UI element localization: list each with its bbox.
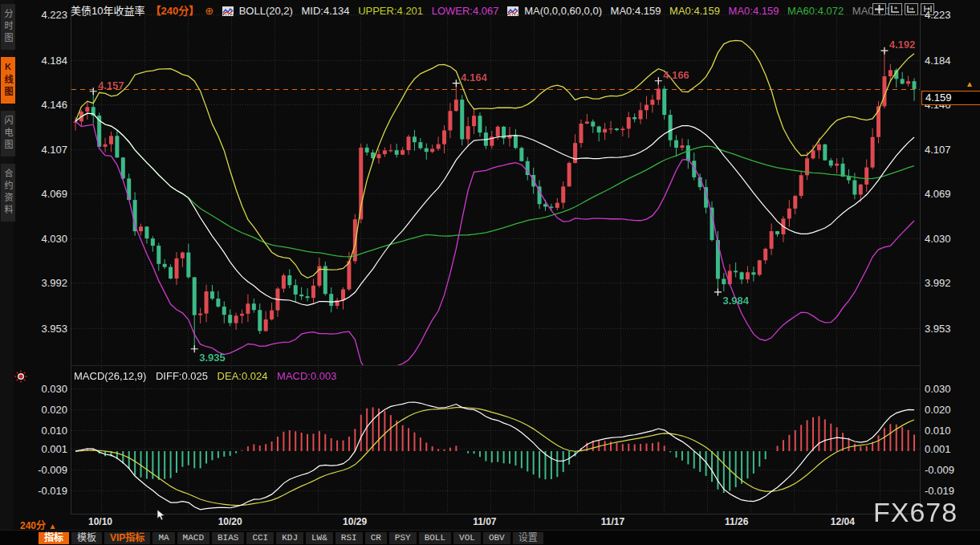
sidebar-tab-lightning[interactable]: 闪电图 xyxy=(1,111,15,157)
toolbar-button-psy[interactable]: PSY xyxy=(389,532,417,544)
x-axis-label: 11/07 xyxy=(463,516,506,527)
toolbar-button-vip-indicators[interactable]: VIP指标 xyxy=(104,532,150,544)
current-price-badge: 4.159 xyxy=(921,91,980,105)
y-axis-label: -0.009 xyxy=(37,464,67,476)
y-axis-label: 0.020 xyxy=(925,404,974,416)
y-axis-label: 0.030 xyxy=(925,383,974,395)
plot-area xyxy=(71,11,921,514)
toolbar-button-templates[interactable]: 模板 xyxy=(71,532,102,544)
toolbar-buttons: 指标模板VIP指标MAMACDBIASCCIKDJLW&RSICRPSYBOLL… xyxy=(39,532,543,544)
toolbar-button-vol[interactable]: VOL xyxy=(453,532,481,544)
macd-label: MACD(26,12,9) xyxy=(74,370,146,382)
toolbar-button-obv[interactable]: OBV xyxy=(483,532,510,544)
y-axis-label: 0.020 xyxy=(37,404,67,416)
y-axis-label: 4.030 xyxy=(925,233,974,245)
y-axis-label: 4.107 xyxy=(925,144,974,156)
toolbar-button-cci[interactable]: CCI xyxy=(246,532,274,544)
sidebar: 分时图 K线图 闪电图 合约资料 xyxy=(0,0,14,545)
toolbar-button-boll[interactable]: BOLL xyxy=(419,532,451,544)
sidebar-tab-timeshare[interactable]: 分时图 xyxy=(1,4,15,50)
toolbar-button-settings[interactable]: 设置 xyxy=(513,532,543,544)
macd-dea-value: DEA:0.024 xyxy=(218,370,268,382)
price-chart-canvas[interactable] xyxy=(71,11,920,365)
y-axis-label: 3.992 xyxy=(925,277,974,289)
macd-header: MACD(26,12,9) DIFF:0.025 DEA:0.024 MACD:… xyxy=(74,370,344,382)
toolbar-button-cr[interactable]: CR xyxy=(365,532,387,544)
y-axis-label: -0.019 xyxy=(925,485,974,497)
macd-value: MACD:0.003 xyxy=(277,370,336,382)
x-axis-label: 10/20 xyxy=(209,516,252,527)
x-axis-label: 12/04 xyxy=(821,516,864,527)
y-axis-label: 3.953 xyxy=(925,323,974,335)
panel-divider xyxy=(71,365,920,366)
x-axis-label: 11/26 xyxy=(715,516,758,527)
y-axis-label: 4.184 xyxy=(925,55,974,67)
y-axis-label: 0.010 xyxy=(37,425,67,437)
y-axis-label: 4.223 xyxy=(925,9,974,21)
y-axis-label: 3.992 xyxy=(37,277,67,289)
y-axis-label: 4.146 xyxy=(37,99,67,111)
toolbar-button-ma[interactable]: MA xyxy=(152,532,174,544)
y-axis-label: 0.030 xyxy=(37,383,67,395)
y-axis-label: 3.953 xyxy=(37,323,67,335)
toolbar-button-indicators[interactable]: 指标 xyxy=(39,532,69,544)
toolbar-button-kdj[interactable]: KDJ xyxy=(276,532,303,544)
sidebar-tab-kline[interactable]: K线图 xyxy=(1,57,15,104)
bottom-toolbar: 指标模板VIP指标MAMACDBIASCCIKDJLW&RSICRPSYBOLL… xyxy=(0,530,980,545)
toolbar-button-lwr[interactable]: LW& xyxy=(306,532,333,544)
x-axis-label: 10/10 xyxy=(79,516,122,527)
app-window: 分时图 K线图 闪电图 合约资料 美债10年收益率【240分】⊕ BOLL(20… xyxy=(0,0,980,545)
sidebar-tab-contract-info[interactable]: 合约资料 xyxy=(1,164,15,222)
y-axis-label: 0.010 xyxy=(925,425,974,437)
y-axis-label: 4.184 xyxy=(37,55,67,67)
y-axis-label: -0.019 xyxy=(37,485,67,497)
y-axis-label: 4.069 xyxy=(925,188,974,200)
macd-diff-value: DIFF:0.025 xyxy=(156,370,208,382)
y-axis-label: 4.069 xyxy=(37,188,67,200)
macd-chart-canvas[interactable] xyxy=(71,367,920,513)
toolbar-button-bias[interactable]: BIAS xyxy=(212,532,244,544)
y-axis-label: 4.030 xyxy=(37,233,67,245)
alert-icon[interactable] xyxy=(14,370,27,386)
y-axis-label: 0.001 xyxy=(37,443,67,455)
y-axis-label: 4.107 xyxy=(37,144,67,156)
watermark: FX678 xyxy=(873,497,958,528)
y-axis-label: 0.001 xyxy=(925,443,974,455)
price-up-arrow-icon: ▲ xyxy=(966,79,974,88)
x-axis-label: 11/17 xyxy=(591,516,634,527)
y-axis-label: 4.223 xyxy=(37,9,67,21)
mouse-cursor xyxy=(157,509,166,525)
x-axis-label: 10/29 xyxy=(333,516,376,527)
toolbar-button-macd[interactable]: MACD xyxy=(177,532,209,544)
toolbar-button-rsi[interactable]: RSI xyxy=(335,532,363,544)
y-axis-label: -0.009 xyxy=(925,464,974,476)
